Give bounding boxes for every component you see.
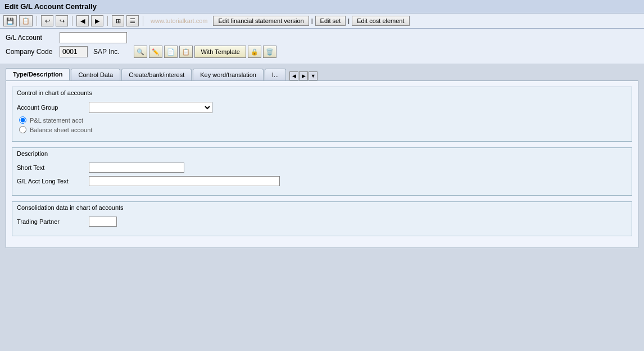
- search-button[interactable]: 🔍: [134, 46, 147, 58]
- gl-account-label: G/L Account: [6, 34, 56, 42]
- table-view-button[interactable]: ⊞: [112, 15, 124, 26]
- page-title: Edit G/L Account Centrally: [4, 2, 97, 11]
- company-code-input[interactable]: [60, 46, 88, 57]
- tabs-container: Type/Description Control Data Create/ban…: [0, 64, 644, 80]
- trading-partner-input[interactable]: [89, 217, 117, 227]
- delete-button[interactable]: 🗑️: [263, 46, 276, 58]
- watermark: www.tutorialkart.com: [151, 17, 207, 24]
- toolbar-separator-2: [72, 16, 72, 26]
- short-text-row: Short Text: [17, 163, 627, 173]
- lock-button[interactable]: 🔒: [248, 46, 261, 58]
- forward-button[interactable]: ↪: [56, 15, 68, 26]
- short-text-input[interactable]: [89, 163, 184, 173]
- long-text-label: G/L Acct Long Text: [17, 178, 84, 184]
- toolbar: 💾 📋 ↩ ↪ ◀ ▶ ⊞ ☰ www.tutorialkart.com Edi…: [0, 14, 644, 29]
- prev-button[interactable]: ◀: [76, 15, 89, 26]
- tab-control-data[interactable]: Control Data: [71, 69, 120, 80]
- toolbar-sep-text-2: |: [348, 17, 350, 24]
- control-chart-body: Account Group P&L statement acct Balance…: [12, 98, 632, 141]
- main-content: Control in chart of accounts Account Gro…: [6, 80, 638, 248]
- toolbar-separator-3: [107, 16, 108, 26]
- action-buttons: 🔍 ✏️ 📄 📋 With Template 🔒 🗑️: [134, 46, 276, 58]
- balance-sheet-radio[interactable]: [19, 126, 26, 133]
- edit-cost-button[interactable]: Edit cost element: [352, 16, 409, 26]
- gl-account-input[interactable]: [60, 32, 127, 43]
- tab-nav-right[interactable]: ▶: [299, 71, 308, 80]
- tab-keyword-translation[interactable]: Key word/translation: [193, 69, 264, 80]
- tab-create-bank-interest[interactable]: Create/bank/interest: [121, 69, 192, 80]
- edit-financial-button[interactable]: Edit financial statement version: [213, 16, 309, 26]
- balance-sheet-label: Balance sheet account: [30, 127, 92, 133]
- account-group-select[interactable]: [89, 102, 212, 113]
- gl-account-row: G/L Account: [6, 32, 638, 43]
- toolbar-separator-1: [37, 16, 37, 26]
- tab-more[interactable]: I...: [265, 69, 286, 80]
- copy-button[interactable]: 📄: [164, 46, 178, 58]
- menu-button[interactable]: ☰: [126, 15, 139, 26]
- company-code-row: Company Code SAP Inc. 🔍 ✏️ 📄 📋 With Temp…: [6, 46, 638, 58]
- toolbar-separator-4: [143, 16, 143, 26]
- long-text-row: G/L Acct Long Text: [17, 176, 627, 186]
- next-button[interactable]: ▶: [91, 15, 103, 26]
- company-name: SAP Inc.: [93, 48, 119, 56]
- description-body: Short Text G/L Acct Long Text: [12, 159, 632, 195]
- pl-statement-label: P&L statement acct: [30, 117, 83, 124]
- save-button[interactable]: 💾: [3, 15, 17, 26]
- header-area: G/L Account Company Code SAP Inc. 🔍 ✏️ 📄…: [0, 29, 644, 64]
- control-chart-title: Control in chart of accounts: [12, 87, 632, 98]
- account-group-row: Account Group: [17, 102, 627, 113]
- edit-set-button[interactable]: Edit set: [315, 16, 346, 26]
- description-section: Description Short Text G/L Acct Long Tex…: [12, 147, 632, 196]
- edit-button[interactable]: ✏️: [149, 46, 162, 58]
- tab-nav-menu[interactable]: ▼: [309, 71, 318, 80]
- description-title: Description: [12, 148, 632, 159]
- tab-type-description[interactable]: Type/Description: [6, 68, 70, 80]
- toolbar-sep-text-1: |: [311, 17, 313, 24]
- back-button[interactable]: ↩: [41, 15, 53, 26]
- bottom-area: [0, 248, 644, 282]
- shortcut-button[interactable]: 📋: [19, 15, 33, 26]
- control-chart-section: Control in chart of accounts Account Gro…: [12, 87, 632, 142]
- consolidation-title: Consolidation data in chart of accounts: [12, 202, 632, 213]
- pl-statement-radio[interactable]: [19, 116, 26, 124]
- balance-sheet-row: Balance sheet account: [19, 126, 627, 133]
- account-group-label: Account Group: [17, 104, 84, 111]
- title-bar: Edit G/L Account Centrally: [0, 0, 644, 14]
- consolidation-section: Consolidation data in chart of accounts …: [12, 201, 632, 236]
- with-template-button[interactable]: With Template: [194, 46, 246, 58]
- long-text-input[interactable]: [89, 176, 280, 186]
- short-text-label: Short Text: [17, 164, 84, 171]
- pl-statement-row: P&L statement acct: [19, 116, 627, 124]
- tab-nav-left[interactable]: ◀: [289, 71, 298, 80]
- consolidation-body: Trading Partner: [12, 213, 632, 236]
- tab-nav-buttons: ◀ ▶ ▼: [289, 71, 318, 80]
- company-code-label: Company Code: [6, 48, 56, 56]
- paste-button[interactable]: 📋: [179, 46, 193, 58]
- trading-partner-label: Trading Partner: [17, 218, 84, 225]
- trading-partner-row: Trading Partner: [17, 217, 627, 227]
